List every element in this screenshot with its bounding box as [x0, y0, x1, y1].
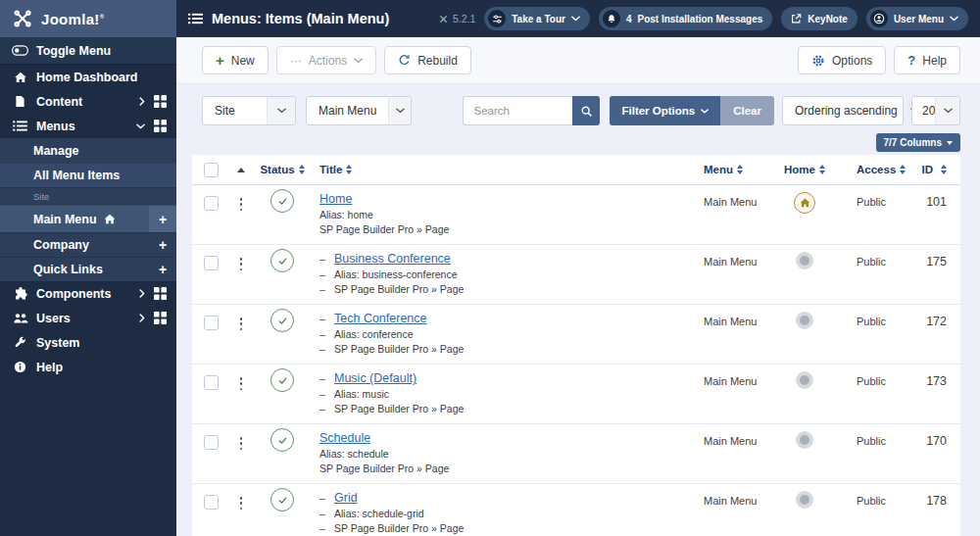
- status-published-icon[interactable]: [270, 249, 294, 272]
- toggle-menu-label: Toggle Menu: [36, 44, 111, 58]
- status-published-icon[interactable]: [270, 309, 294, 332]
- search-input[interactable]: [463, 96, 572, 125]
- menu-item-title-link[interactable]: Grid: [334, 491, 358, 505]
- menu-item-title-link[interactable]: Music (Default): [334, 371, 416, 385]
- sidebar-item-quick-links[interactable]: Quick Links +: [0, 257, 176, 281]
- help-button[interactable]: ? Help: [894, 46, 960, 74]
- header-label: Menu: [704, 164, 733, 175]
- sidebar-item-company[interactable]: Company +: [0, 232, 176, 257]
- header-label: ID: [922, 164, 934, 175]
- keynote-label: KeyNote: [808, 14, 848, 24]
- status-published-icon[interactable]: [270, 189, 294, 213]
- item-access: Public: [839, 424, 907, 447]
- toolbar: + New ··· Actions Rebuild Options ?: [176, 37, 980, 84]
- sidebar-item-users[interactable]: Users: [0, 306, 176, 330]
- new-button[interactable]: + New: [202, 46, 269, 74]
- keynote-button[interactable]: KeyNote: [781, 7, 858, 30]
- select-all-checkbox[interactable]: [204, 163, 219, 177]
- filter-options-button[interactable]: Filter Options: [610, 96, 720, 125]
- grid-icon[interactable]: [154, 120, 167, 132]
- grid-icon[interactable]: [154, 95, 167, 108]
- menu-item-title-link[interactable]: Schedule: [319, 431, 370, 445]
- drag-handle-icon[interactable]: [240, 257, 243, 272]
- sort-header-status[interactable]: Status: [257, 164, 308, 175]
- sidebar-item-home-dashboard[interactable]: Home Dashboard: [0, 65, 176, 89]
- sort-header-access[interactable]: Access: [839, 164, 907, 175]
- item-id: 170: [907, 424, 960, 448]
- sort-header-title[interactable]: Title: [308, 164, 682, 175]
- sort-header-id[interactable]: ID: [907, 164, 960, 175]
- actions-button[interactable]: ··· Actions: [276, 46, 376, 74]
- sidebar-item-system[interactable]: System: [0, 330, 176, 355]
- drag-handle-icon[interactable]: [240, 376, 243, 392]
- sidebar-item-label: Quick Links: [33, 263, 103, 276]
- options-button[interactable]: Options: [798, 46, 886, 74]
- messages-count-badge: 4: [626, 14, 632, 24]
- sort-header-ordering[interactable]: [225, 168, 257, 172]
- home-unset-icon[interactable]: [796, 431, 813, 449]
- menu-item-title-link[interactable]: Business Conference: [334, 252, 451, 266]
- sidebar-item-label: Users: [36, 312, 71, 325]
- chevron-right-icon: [139, 314, 145, 322]
- sort-header-menu[interactable]: Menu: [682, 164, 770, 175]
- level-dash: –: [319, 507, 328, 521]
- drag-handle-icon[interactable]: [240, 436, 243, 452]
- item-alias: Alias: music: [334, 387, 389, 402]
- per-page-select[interactable]: 20: [911, 96, 960, 125]
- ordering-select[interactable]: Ordering ascending: [782, 96, 904, 125]
- menu-item-title-link[interactable]: Home: [319, 192, 352, 206]
- sidebar-item-components[interactable]: Components: [0, 281, 176, 306]
- user-menu-button[interactable]: User Menu: [866, 7, 968, 30]
- sort-header-home[interactable]: Home: [770, 164, 839, 175]
- sidebar-item-content[interactable]: Content: [0, 89, 176, 114]
- question-icon: ?: [907, 53, 915, 68]
- toggle-menu-button[interactable]: Toggle Menu: [0, 37, 176, 65]
- joomla-logo[interactable]: Joomla!®: [0, 0, 176, 37]
- clear-button[interactable]: Clear: [720, 96, 774, 125]
- sidebar-item-label: Main Menu: [33, 213, 97, 226]
- menu-item-title-link[interactable]: Tech Conference: [334, 312, 427, 325]
- home-unset-icon[interactable]: [796, 491, 813, 509]
- status-published-icon[interactable]: [270, 368, 294, 392]
- app-header: Joomla!® Menus: Items (Main Menu) 5.2.1: [0, 0, 980, 37]
- home-set-icon[interactable]: [794, 192, 815, 214]
- site-select[interactable]: Site: [202, 96, 296, 125]
- sidebar-item-manage[interactable]: Manage: [0, 138, 176, 163]
- sidebar-item-main-menu[interactable]: Main Menu +: [0, 205, 176, 232]
- grid-icon[interactable]: [154, 312, 167, 324]
- row-checkbox[interactable]: [204, 495, 219, 510]
- row-checkbox[interactable]: [204, 196, 219, 211]
- version-joomla-icon: [438, 14, 449, 24]
- add-menu-item-button[interactable]: +: [149, 233, 176, 257]
- sidebar-item-all-menu-items[interactable]: All Menu Items: [0, 163, 176, 187]
- drag-handle-icon[interactable]: [240, 317, 243, 332]
- add-menu-item-button[interactable]: +: [149, 258, 176, 281]
- add-menu-item-button[interactable]: +: [149, 206, 176, 232]
- search-button[interactable]: [572, 96, 600, 125]
- site-section-label: Site: [0, 187, 176, 205]
- status-published-icon[interactable]: [270, 428, 294, 452]
- columns-toggle-button[interactable]: 7/7 Columns: [876, 133, 960, 152]
- menu-select[interactable]: Main Menu: [306, 96, 412, 125]
- row-checkbox[interactable]: [204, 256, 219, 270]
- home-unset-icon[interactable]: [796, 371, 813, 389]
- home-unset-icon[interactable]: [796, 252, 813, 269]
- row-checkbox[interactable]: [204, 316, 219, 330]
- sidebar-item-label: Company: [33, 238, 89, 252]
- take-a-tour-button[interactable]: Take a Tour: [484, 7, 590, 30]
- rebuild-button[interactable]: Rebuild: [384, 46, 471, 74]
- sidebar-item-help[interactable]: Help: [0, 355, 176, 379]
- post-installation-messages-button[interactable]: 4 Post Installation Messages: [599, 7, 772, 30]
- row-checkbox[interactable]: [204, 435, 219, 450]
- drag-handle-icon[interactable]: [240, 197, 243, 213]
- home-unset-icon[interactable]: [796, 312, 813, 329]
- chevron-down-icon: [136, 123, 145, 129]
- drag-handle-icon[interactable]: [240, 496, 243, 512]
- chevron-down-icon: [354, 58, 363, 64]
- row-checkbox[interactable]: [204, 375, 219, 390]
- status-published-icon[interactable]: [270, 488, 294, 512]
- grid-icon[interactable]: [154, 287, 167, 300]
- table-row: –Business Conference –Alias: business-co…: [192, 245, 960, 305]
- level-dash: –: [319, 372, 328, 384]
- sidebar-item-menus[interactable]: Menus: [0, 114, 176, 138]
